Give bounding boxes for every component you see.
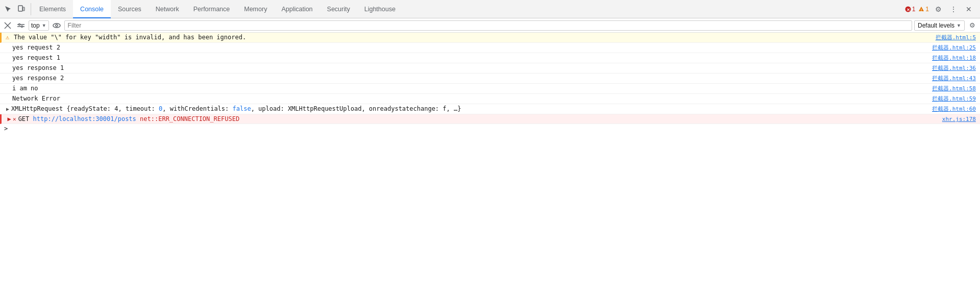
info-row-source-1[interactable]: 拦截器.html:18 — [924, 54, 976, 62]
tab-console[interactable]: Console — [73, 0, 111, 18]
clear-console-btn[interactable] — [2, 20, 13, 31]
info-row-content-5: Network Error — [12, 95, 924, 102]
tab-performance[interactable]: Performance — [186, 0, 237, 18]
error-row-content: GET http://localhost:30001/posts net::ER… — [18, 115, 934, 122]
error-row-source[interactable]: xhr.js:178 — [934, 116, 976, 122]
inspect-element-btn[interactable] — [2, 3, 14, 15]
console-prompt-row: > — [0, 124, 980, 133]
error-badge[interactable]: ✕ 1 — [905, 6, 916, 13]
info-row-source-4[interactable]: 拦截器.html:58 — [924, 85, 976, 92]
info-row-source-3[interactable]: 拦截器.html:43 — [924, 75, 976, 82]
xhr-text-1: XMLHttpRequest — [11, 105, 66, 112]
toolbar-right: ✕ 1 ! 1 ⚙ ⋮ ✕ — [905, 3, 978, 15]
tab-security[interactable]: Security — [320, 0, 357, 18]
expand-arrow-error[interactable]: ▶ — [6, 115, 13, 122]
console-output: ⚠ The value "\" for key "width" is inval… — [0, 33, 980, 294]
console-row-1: yes request 1 拦截器.html:18 — [0, 53, 980, 63]
info-row-source-2[interactable]: 拦截器.html:36 — [924, 64, 976, 72]
prompt-char: > — [4, 125, 8, 132]
filter-toggle-btn[interactable] — [15, 20, 27, 31]
console-row-5: Network Error 拦截器.html:59 — [0, 94, 980, 104]
close-btn[interactable]: ✕ — [963, 3, 975, 15]
svg-text:✕: ✕ — [906, 7, 910, 12]
filter-input[interactable] — [64, 20, 912, 31]
svg-point-8 — [19, 23, 20, 25]
console-row-4: i am no 拦截器.html:58 — [0, 84, 980, 94]
info-row-content-1: yes request 1 — [12, 54, 924, 61]
err-text-url[interactable]: http://localhost:30001/posts — [33, 115, 136, 122]
context-arrow-icon: ▼ — [42, 23, 46, 28]
console-row-2: yes response 1 拦截器.html:36 — [0, 63, 980, 74]
info-row-source-5[interactable]: 拦截器.html:59 — [924, 95, 976, 103]
tab-sources[interactable]: Sources — [111, 0, 149, 18]
log-level-label: Default levels — [918, 22, 954, 29]
svg-rect-0 — [18, 6, 22, 11]
device-toggle-btn[interactable] — [15, 3, 28, 15]
xhr-row-source[interactable]: 拦截器.html:60 — [924, 105, 976, 113]
warn-row-source[interactable]: 拦截器.html:5 — [927, 34, 976, 41]
xhr-text-2: {readyState: 4, timeout: — [66, 105, 159, 112]
console-toolbar: top ▼ Default levels ▼ ⚙ — [0, 18, 980, 33]
devtools-toolbar: Elements Console Sources Network Perform… — [0, 0, 980, 18]
console-row-xhr: ▶ XMLHttpRequest {readyState: 4, timeout… — [0, 104, 980, 114]
warn-badge[interactable]: ! 1 — [918, 6, 929, 13]
console-row-3: yes response 2 拦截器.html:43 — [0, 74, 980, 84]
xhr-row-content: XMLHttpRequest {readyState: 4, timeout: … — [11, 105, 924, 112]
err-text-get: GET — [18, 115, 33, 122]
svg-text:!: ! — [921, 8, 922, 11]
console-settings-btn[interactable]: ⚙ — [967, 20, 978, 31]
xhr-text-5: false — [233, 105, 251, 112]
warn-row-icon: ⚠ — [6, 34, 14, 41]
tab-elements[interactable]: Elements — [32, 0, 73, 18]
svg-point-15 — [56, 24, 58, 27]
svg-point-11 — [21, 26, 23, 27]
devtools-tabs: Elements Console Sources Network Perform… — [32, 0, 403, 18]
svg-point-14 — [53, 23, 60, 28]
more-btn[interactable]: ⋮ — [947, 3, 960, 15]
context-select[interactable]: top ▼ — [29, 20, 49, 31]
log-level-select[interactable]: Default levels ▼ — [914, 20, 965, 31]
warn-count: 1 — [925, 6, 929, 13]
tab-memory[interactable]: Memory — [237, 0, 274, 18]
error-row-icon: ✕ — [13, 116, 16, 122]
warn-triangle-icon: ! — [918, 6, 924, 12]
console-row-warn: ⚠ The value "\" for key "width" is inval… — [0, 33, 980, 43]
log-level-arrow-icon: ▼ — [957, 23, 961, 28]
svg-rect-1 — [23, 7, 24, 11]
err-text-reason: net::ERR_CONNECTION_REFUSED — [136, 115, 239, 122]
expand-arrow-xhr[interactable]: ▶ — [4, 106, 11, 113]
tab-lighthouse[interactable]: Lighthouse — [357, 0, 403, 18]
info-row-content-3: yes response 2 — [12, 75, 924, 82]
toolbar-icon-group — [2, 3, 31, 15]
xhr-text-4: , withCredentials: — [162, 105, 232, 112]
settings-btn[interactable]: ⚙ — [932, 3, 944, 15]
warn-row-content: The value "\" for key "width" is invalid… — [14, 34, 927, 41]
eye-icon-btn[interactable] — [51, 20, 62, 31]
error-count: 1 — [912, 6, 916, 13]
info-row-source-0[interactable]: 拦截器.html:25 — [924, 44, 976, 52]
xhr-text-6: , upload: XMLHttpRequestUpload, onreadys… — [251, 105, 461, 112]
error-circle-icon: ✕ — [905, 6, 911, 12]
info-row-content-4: i am no — [12, 85, 924, 92]
tab-application[interactable]: Application — [274, 0, 320, 18]
console-row-error: ▶ ✕ GET http://localhost:30001/posts net… — [0, 114, 980, 124]
info-row-content-0: yes request 2 — [12, 44, 924, 51]
console-row-0: yes request 2 拦截器.html:25 — [0, 43, 980, 53]
tab-network[interactable]: Network — [149, 0, 186, 18]
context-value: top — [31, 22, 40, 29]
info-row-content-2: yes response 1 — [12, 64, 924, 71]
